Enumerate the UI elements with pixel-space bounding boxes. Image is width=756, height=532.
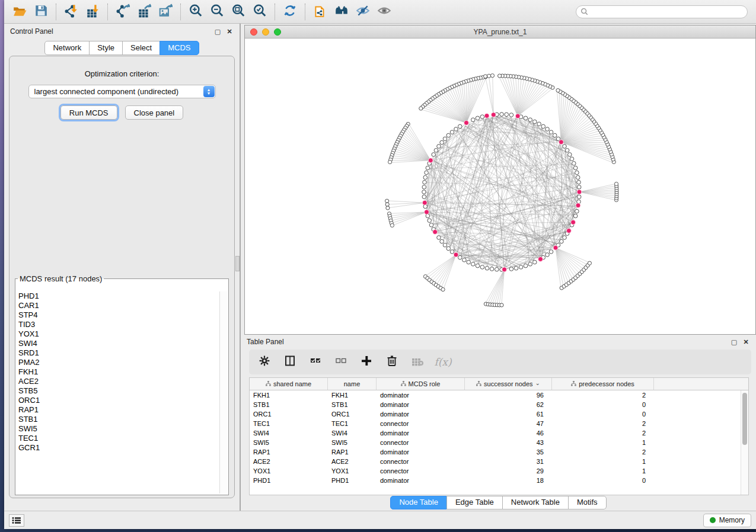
table-scrollbar-thumb[interactable] <box>742 393 747 445</box>
hide-results-button[interactable] <box>354 3 372 21</box>
import-table-button[interactable] <box>84 3 101 21</box>
add-column-button[interactable] <box>359 355 374 369</box>
table-row[interactable]: ORC1ORC1dominator610 <box>250 409 748 419</box>
table-panel-title: Table Panel <box>247 338 726 346</box>
zoom-fit-button[interactable] <box>229 3 247 21</box>
mcds-result-item[interactable]: ORC1 <box>17 396 219 405</box>
table-row[interactable]: SWI4SWI4dominator462 <box>250 428 748 438</box>
splitter-handle[interactable] <box>235 256 240 271</box>
tab-select[interactable]: Select <box>122 41 160 55</box>
mcds-result-item[interactable]: TID3 <box>17 320 219 329</box>
tab-mcds[interactable]: MCDS <box>160 41 199 55</box>
tab-style[interactable]: Style <box>89 41 123 55</box>
table-row[interactable]: FKH1FKH1dominator962 <box>250 390 748 400</box>
search-icon <box>580 8 588 15</box>
mcds-result-item[interactable]: SWI5 <box>17 424 219 434</box>
cell: YOX1 <box>250 466 328 476</box>
table-row[interactable]: SWI5SWI5connector431 <box>250 438 748 447</box>
cell: 43 <box>465 438 552 447</box>
mcds-result-item[interactable]: PMA2 <box>17 358 219 367</box>
cell: SWI5 <box>250 438 328 447</box>
delete-column-button[interactable] <box>385 355 399 369</box>
table-float-window-icon[interactable]: ▢ <box>730 338 738 346</box>
mcds-tab-content: Optimization criterion: largest connecte… <box>9 56 235 498</box>
tab-network[interactable]: Network <box>44 41 90 55</box>
zoom-in-button[interactable] <box>187 3 205 21</box>
export-table-button[interactable] <box>135 3 153 21</box>
column-header-predecessor-nodes[interactable]: predecessor nodes <box>552 378 654 390</box>
zoom-selected-button[interactable] <box>251 3 269 21</box>
zoom-out-button[interactable] <box>208 3 226 21</box>
cell: dominator <box>377 476 465 485</box>
cell: STB1 <box>328 400 377 409</box>
optimization-criterion-select[interactable]: largest connected component (undirected)… <box>28 85 216 98</box>
cell: 1 <box>552 438 654 447</box>
export-image-button[interactable] <box>157 3 174 21</box>
column-header-MCDS-role[interactable]: MCDS role <box>377 378 465 390</box>
mcds-result-item[interactable]: CAR1 <box>17 301 219 310</box>
mcds-result-item[interactable]: RAP1 <box>17 405 219 415</box>
table-panel-header: Table Panel ▢ ✕ <box>241 335 756 349</box>
table-header-row: shared namenameMCDS rolesuccessor nodes⌄… <box>250 378 748 390</box>
table-row[interactable]: ACE2ACE2connector311 <box>250 457 748 466</box>
tab-node-table[interactable]: Node Table <box>390 496 447 509</box>
mcds-list-scrollbar[interactable] <box>219 291 228 493</box>
table-row[interactable]: PHD1PHD1dominator180 <box>250 476 748 485</box>
cell: 1 <box>552 466 654 476</box>
table-close-panel-icon[interactable]: ✕ <box>742 338 750 346</box>
open-session-button[interactable] <box>11 3 28 21</box>
apply-layout-button[interactable] <box>281 3 299 21</box>
control-panel: Control Panel ▢ ✕ NetworkStyleSelectMCDS… <box>4 24 240 511</box>
cell: 29 <box>465 466 552 476</box>
select-all-rows-button[interactable] <box>308 355 323 369</box>
import-network-button[interactable] <box>62 3 80 21</box>
close-panel-icon[interactable]: ✕ <box>225 27 234 36</box>
column-header-shared-name[interactable]: shared name <box>250 378 328 390</box>
show-results-button[interactable] <box>375 3 393 21</box>
close-panel-button[interactable]: Close panel <box>125 105 184 120</box>
table-row[interactable]: RAP1RAP1dominator352 <box>250 447 748 457</box>
mcds-result-item[interactable]: GCR1 <box>17 443 219 453</box>
export-network-icon <box>116 4 130 20</box>
search-box[interactable] <box>576 5 748 18</box>
show-columns-button[interactable] <box>283 355 297 369</box>
float-window-icon[interactable]: ▢ <box>213 27 222 36</box>
table-row[interactable]: TEC1TEC1connector472 <box>250 419 748 428</box>
table-scrollbar[interactable] <box>741 390 748 495</box>
cell: 96 <box>465 390 552 400</box>
column-header-successor-nodes[interactable]: successor nodes⌄ <box>465 378 552 390</box>
tab-edge-table[interactable]: Edge Table <box>446 496 503 509</box>
mcds-result-item[interactable]: STP4 <box>17 310 219 320</box>
mcds-result-item[interactable]: SWI4 <box>17 339 219 348</box>
mcds-result-item[interactable]: STB1 <box>17 415 219 424</box>
search-documents-button[interactable] <box>333 3 350 21</box>
table-row[interactable]: YOX1YOX1connector291 <box>250 466 748 476</box>
network-canvas[interactable] <box>245 39 755 334</box>
save-session-button[interactable] <box>32 3 50 21</box>
search-input[interactable] <box>591 7 747 17</box>
tab-network-table[interactable]: Network Table <box>502 496 569 509</box>
mcds-result-item[interactable]: ACE2 <box>17 377 219 386</box>
mcds-result-item[interactable]: FKH1 <box>17 367 219 377</box>
optimization-criterion-label: Optimization criterion: <box>9 69 234 78</box>
table-settings-icon <box>258 354 271 370</box>
tab-motifs[interactable]: Motifs <box>568 496 607 509</box>
export-network-button[interactable] <box>114 3 132 21</box>
mcds-result-item[interactable]: PHD1 <box>17 291 219 301</box>
deselect-all-rows-button[interactable] <box>334 355 348 369</box>
mcds-result-item[interactable]: TEC1 <box>17 434 219 443</box>
table-row[interactable]: STB1STB1dominator620 <box>250 400 748 409</box>
selected-option: largest connected component (undirected) <box>34 87 179 96</box>
run-mcds-button[interactable]: Run MCDS <box>60 105 117 120</box>
mcds-result-item[interactable]: STB5 <box>17 386 219 396</box>
zoom-out-icon <box>210 4 224 20</box>
mcds-result-item[interactable]: SRD1 <box>17 348 219 358</box>
cell: TEC1 <box>250 419 328 428</box>
table-settings-button[interactable] <box>257 355 272 369</box>
memory-button[interactable]: Memory <box>703 514 751 527</box>
toolbar-icon-group <box>9 3 395 21</box>
column-header-name[interactable]: name <box>328 378 377 390</box>
task-history-button[interactable] <box>9 514 24 527</box>
mcds-result-item[interactable]: YOX1 <box>17 329 219 339</box>
share-document-button[interactable] <box>311 3 329 21</box>
